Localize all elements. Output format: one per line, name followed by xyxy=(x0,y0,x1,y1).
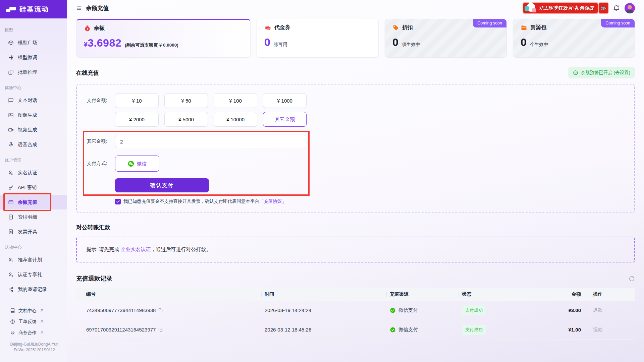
amount-button-50[interactable]: ¥ 50 xyxy=(164,93,208,108)
credit-card-icon xyxy=(8,199,14,205)
col-header-amount: 金额 xyxy=(534,291,581,297)
external-link-icon xyxy=(40,331,44,335)
pages-icon xyxy=(8,69,14,75)
currency-symbol: ¥ xyxy=(84,41,88,48)
sidebar-item-batch-inference[interactable]: 批量推理 xyxy=(0,65,67,79)
sidebar-section-models: 模型 xyxy=(0,22,67,35)
amount-button-5000[interactable]: ¥ 5000 xyxy=(164,112,208,127)
balance-alert-badge[interactable]: 余额预警已开启 (去设置) xyxy=(568,67,635,78)
collapse-sidebar-icon[interactable] xyxy=(76,5,82,11)
sidebar-item-speech-synthesis[interactable]: 语音合成 xyxy=(0,137,67,152)
sidebar: 硅基流动 模型 模型广场 模型微调 批量推理 体验中心 文本对话 图像生成 视频… xyxy=(0,0,67,362)
amount-button-10[interactable]: ¥ 10 xyxy=(115,93,159,108)
card-title: 资源包 xyxy=(530,24,546,31)
record-channel: 微信支付 xyxy=(398,307,418,313)
promo-banner[interactable]: 开工即享狂欢月·礼包领取 ≫ xyxy=(523,3,608,13)
sidebar-link-docs[interactable]: 文档中心 xyxy=(0,305,67,316)
notification-bell-icon[interactable] xyxy=(613,5,620,12)
footer-note-line2: FuWu-20251201S0112 xyxy=(5,347,64,353)
image-icon xyxy=(8,112,14,118)
card-vouchers[interactable]: 代金券 0 张可用 xyxy=(257,19,379,58)
card-balance[interactable]: ¥ 余额 ¥3.6982 (剩余可透支额度 ¥ 0.0000) xyxy=(76,19,251,58)
sidebar-item-real-name-auth[interactable]: 实名认证 xyxy=(0,165,67,180)
topbar: 余额充值 开工即享狂欢月·礼包领取 ≫ xyxy=(76,0,635,16)
sidebar-link-ticket-feedback[interactable]: 工单反馈 xyxy=(0,316,67,327)
record-amount: ¥1.00 xyxy=(534,327,581,333)
sidebar-item-label: 推荐官计划 xyxy=(18,257,42,263)
agreement-text: 我已知悉充值资金不支持直接开具发票，确认支付即代表同意本平台「充值协议」 xyxy=(123,198,286,204)
copy-icon[interactable] xyxy=(158,308,163,313)
refund-link[interactable]: 退款 xyxy=(593,327,603,332)
book-icon xyxy=(10,308,15,313)
discount-unit: 项生效中 xyxy=(402,42,420,48)
col-header-status: 状态 xyxy=(462,291,534,297)
refresh-icon[interactable] xyxy=(629,276,635,282)
brand-logo[interactable]: 硅基流动 xyxy=(0,0,67,18)
confirm-pay-button[interactable]: 确认支付 xyxy=(115,178,209,192)
handshake-icon xyxy=(10,330,15,335)
online-recharge-heading: 在线充值 xyxy=(76,69,99,77)
agreement-checkbox[interactable] xyxy=(115,199,121,204)
user-check-icon xyxy=(8,170,14,176)
sidebar-item-image-gen[interactable]: 图像生成 xyxy=(0,108,67,122)
amount-button-10000[interactable]: ¥ 10000 xyxy=(214,112,257,127)
sidebar-item-label: 余额充值 xyxy=(18,199,37,205)
resource-pack-count: 0 xyxy=(521,36,527,49)
amount-button-2000[interactable]: ¥ 2000 xyxy=(115,112,159,127)
external-link-icon xyxy=(40,309,44,312)
sidebar-link-business[interactable]: 商务合作 xyxy=(0,327,67,338)
sidebar-item-balance-recharge[interactable]: 余额充值 xyxy=(0,195,67,209)
transfer-tip-box: 提示: 请先完成 企业实名认证，通过后可进行对公打款。 xyxy=(76,237,635,262)
amount-button-other[interactable]: 其它金额 xyxy=(263,112,307,127)
copy-icon[interactable] xyxy=(158,327,163,332)
sidebar-item-auth-gift[interactable]: 认证专享礼 xyxy=(0,267,67,282)
sidebar-item-label: 实名认证 xyxy=(18,170,37,176)
promo-text: 开工即享狂欢月·礼包领取 xyxy=(539,5,594,11)
sidebar-item-model-finetune[interactable]: 模型微调 xyxy=(0,50,67,65)
sidebar-item-text-chat[interactable]: 文本对话 xyxy=(0,93,67,108)
amount-button-100[interactable]: ¥ 100 xyxy=(214,93,257,108)
amount-label: 支付金额: xyxy=(87,98,111,104)
brand-name: 硅基流动 xyxy=(19,5,49,14)
records-heading: 充值退款记录 xyxy=(76,275,112,283)
sidebar-item-video-gen[interactable]: 视频生成 xyxy=(0,122,67,137)
record-amount: ¥3.00 xyxy=(534,307,581,313)
avatar[interactable] xyxy=(625,3,635,13)
sidebar-item-my-invites[interactable]: 我的邀请记录 xyxy=(0,282,67,297)
recharge-panel: 支付金额: ¥ 10 ¥ 50 ¥ 100 ¥ 1000 ¥ 2000 ¥ 50… xyxy=(76,84,635,213)
payment-method-label: 支付方式: xyxy=(87,161,111,167)
sidebar-item-label: 图像生成 xyxy=(18,112,37,118)
sidebar-item-referral-program[interactable]: 推荐官计划 xyxy=(0,252,67,267)
card-discounts: Coming soon 折扣 0 项生效中 xyxy=(385,19,507,58)
voucher-unit: 张可用 xyxy=(274,42,287,48)
folder-icon xyxy=(521,24,527,31)
refund-link[interactable]: 退款 xyxy=(593,307,603,313)
amount-button-1000[interactable]: ¥ 1000 xyxy=(263,93,307,108)
video-icon xyxy=(8,127,14,133)
record-id: 7434950097773944114983938 xyxy=(86,307,156,313)
table-header: 编号 时间 充值渠道 状态 金额 操作 xyxy=(76,288,635,301)
col-header-time: 时间 xyxy=(265,291,390,297)
recharge-agreement-link[interactable]: 「充值协议」 xyxy=(259,199,286,204)
sidebar-item-model-square[interactable]: 模型广场 xyxy=(0,35,67,50)
footer-link-label: 商务合作 xyxy=(18,330,37,336)
card-resource-packs: Coming soon 资源包 0 个生效中 xyxy=(513,19,635,58)
wechat-icon xyxy=(128,161,134,167)
sidebar-item-label: 视频生成 xyxy=(18,127,37,133)
col-header-action: 操作 xyxy=(581,291,635,297)
enterprise-auth-link[interactable]: 企业实名认证 xyxy=(121,246,151,252)
sidebar-item-api-keys[interactable]: API 密钥 xyxy=(0,180,67,195)
chevrons-right-icon: ≫ xyxy=(601,5,606,11)
sidebar-item-billing-details[interactable]: 费用明细 xyxy=(0,209,67,224)
sidebar-footer-links: 文档中心 工单反馈 商务合作 xyxy=(0,305,67,338)
sidebar-section-account: 账户管理 xyxy=(0,152,67,165)
promo-more-button[interactable]: ≫ xyxy=(599,3,608,13)
tickets-icon xyxy=(264,24,271,31)
sidebar-item-label: 语音合成 xyxy=(18,141,37,148)
status-badge: 支付成功 xyxy=(462,305,486,315)
wechat-method-button[interactable]: 微信 xyxy=(115,156,159,172)
sidebar-item-invoice[interactable]: 发票开具 xyxy=(0,224,67,239)
key-icon xyxy=(8,185,14,190)
coming-soon-badge: Coming soon xyxy=(601,19,635,27)
other-amount-input[interactable] xyxy=(115,135,306,148)
